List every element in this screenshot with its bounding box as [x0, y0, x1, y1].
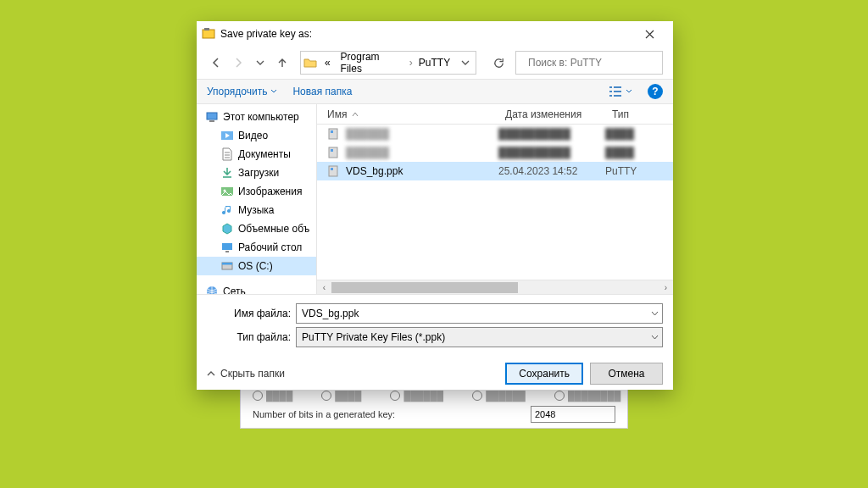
tree-this-pc[interactable]: Этот компьютер: [197, 108, 316, 126]
filename-input[interactable]: [297, 304, 647, 323]
tree-video[interactable]: Видео: [197, 126, 316, 145]
svg-rect-16: [331, 149, 333, 152]
folder-icon: [301, 56, 320, 69]
path-dropdown[interactable]: [455, 58, 476, 67]
svg-rect-0: [203, 30, 214, 38]
crumb-putty[interactable]: PuTTY: [414, 52, 455, 74]
view-menu[interactable]: [609, 86, 632, 97]
filetype-combo[interactable]: [296, 327, 663, 347]
file-row[interactable]: ████████████████████: [317, 125, 673, 143]
filename-label: Имя файла:: [207, 308, 296, 319]
chevron-up-icon: [207, 369, 215, 378]
svg-rect-4: [209, 120, 214, 122]
svg-rect-15: [329, 147, 337, 158]
filetype-select[interactable]: [297, 328, 647, 347]
file-area: Имя Дата изменения Тип █████████████████…: [317, 104, 673, 294]
file-icon: [327, 164, 341, 178]
hide-folders-toggle[interactable]: Скрыть папки: [207, 368, 285, 380]
scroll-left[interactable]: ‹: [317, 280, 331, 295]
file-list: ████████████████████████████████████████…: [317, 125, 673, 280]
tree-desktop[interactable]: Рабочий стол: [197, 238, 316, 257]
file-type: ████: [605, 128, 673, 140]
file-icon: [327, 146, 341, 159]
nav-tree: Этот компьютер Видео Документы Загрузки …: [197, 104, 317, 294]
file-type: PuTTY: [605, 165, 673, 177]
file-row[interactable]: VDS_bg.ppk25.04.2023 14:52PuTTY: [317, 162, 673, 180]
close-button[interactable]: [632, 22, 666, 46]
tree-network[interactable]: Сеть: [197, 282, 316, 294]
file-date: ██████████: [498, 128, 605, 140]
col-name[interactable]: Имя: [320, 108, 498, 120]
cancel-button[interactable]: Отмена: [590, 363, 663, 385]
svg-rect-9: [225, 251, 229, 252]
file-date: 25.04.2023 14:52: [498, 165, 605, 177]
chevron-down-icon: [270, 88, 277, 95]
crumb-prefix: «: [320, 52, 336, 74]
key-type-radios: ████ ████ ██████ ██████ ████████: [253, 391, 615, 401]
col-date[interactable]: Дата изменения: [498, 108, 605, 120]
forward-button[interactable]: [229, 53, 248, 72]
svg-rect-14: [331, 130, 333, 133]
svg-rect-18: [331, 168, 333, 170]
breadcrumb[interactable]: « Program Files › PuTTY: [300, 51, 476, 75]
search-box[interactable]: [515, 51, 663, 75]
chevron-down-icon[interactable]: [647, 334, 662, 341]
back-button[interactable]: [207, 53, 225, 72]
save-dialog: Save private key as: « Program Files › P…: [197, 21, 673, 390]
new-folder-button[interactable]: Новая папка: [292, 86, 352, 97]
scroll-thumb[interactable]: [331, 282, 518, 293]
tree-downloads[interactable]: Загрузки: [197, 164, 316, 182]
search-input[interactable]: [526, 56, 657, 69]
bits-input[interactable]: [531, 406, 615, 423]
chevron-down-icon[interactable]: [647, 310, 662, 318]
file-name: ██████: [346, 147, 389, 158]
bits-label: Number of bits in a generated key:: [253, 409, 395, 419]
sort-asc-icon: [352, 111, 359, 118]
svg-rect-3: [207, 113, 217, 119]
tree-music[interactable]: Музыка: [197, 201, 316, 219]
bottom-panel: Имя файла: Тип файла: Скрыть папки Сохра…: [197, 294, 673, 390]
puttygen-background: ████ ████ ██████ ██████ ████████ Number …: [240, 386, 628, 429]
svg-rect-13: [329, 129, 337, 139]
column-headers: Имя Дата изменения Тип: [317, 104, 673, 125]
svg-rect-17: [329, 166, 337, 176]
tree-pictures[interactable]: Изображения: [197, 182, 316, 201]
file-row[interactable]: ████████████████████: [317, 143, 673, 162]
filename-combo[interactable]: [296, 303, 663, 324]
svg-rect-8: [222, 243, 232, 250]
file-icon: [327, 127, 341, 141]
tree-os-c[interactable]: OS (C:): [197, 257, 316, 275]
file-date: ██████████: [498, 147, 605, 158]
titlebar: Save private key as:: [197, 21, 673, 47]
toolbar: Упорядочить Новая папка ?: [197, 79, 673, 104]
file-type: ████: [605, 147, 673, 158]
organize-menu[interactable]: Упорядочить: [207, 86, 277, 97]
scroll-right[interactable]: ›: [659, 280, 673, 295]
refresh-button[interactable]: [485, 51, 512, 75]
recent-dropdown[interactable]: [251, 53, 270, 72]
file-name: VDS_bg.ppk: [346, 165, 403, 177]
dialog-title: Save private key as:: [220, 28, 632, 40]
crumb-program-files[interactable]: Program Files: [336, 52, 409, 74]
app-icon: [202, 27, 215, 41]
help-button[interactable]: ?: [648, 84, 663, 99]
h-scrollbar[interactable]: ‹ ›: [317, 280, 673, 294]
file-name: ██████: [346, 128, 389, 140]
col-type[interactable]: Тип: [605, 108, 673, 120]
save-button[interactable]: Сохранить: [505, 363, 583, 385]
svg-rect-1: [204, 28, 209, 30]
navbar: « Program Files › PuTTY: [197, 47, 673, 79]
filetype-label: Тип файла:: [207, 331, 296, 343]
svg-rect-11: [222, 263, 232, 265]
tree-3d-objects[interactable]: Объемные объ: [197, 219, 316, 238]
chevron-down-icon: [626, 88, 632, 95]
up-button[interactable]: [273, 53, 292, 72]
tree-documents[interactable]: Документы: [197, 145, 316, 164]
